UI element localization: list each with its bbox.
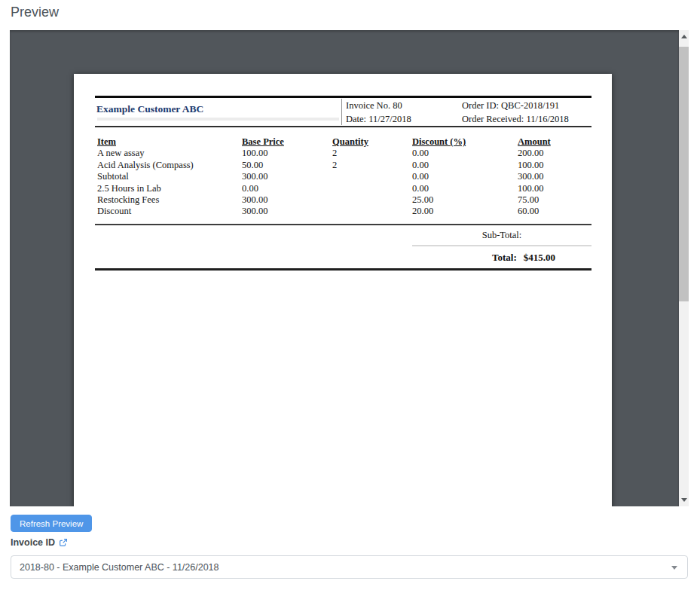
column-header-item: Item	[95, 136, 242, 148]
total-value: $415.00	[524, 252, 555, 263]
invoice-bottom-rule	[95, 268, 591, 271]
invoice-meta-left: Invoice No. 80 Date: 11/27/2018	[342, 98, 458, 126]
customer-underline	[97, 118, 339, 121]
table-row: A new assay 100.00 2 0.00 200.00	[95, 148, 591, 159]
invoice-date: Date: 11/27/2018	[346, 113, 458, 127]
scroll-up-button[interactable]	[679, 30, 689, 43]
cell-discount: 25.00	[412, 194, 518, 206]
select-caret-icon	[671, 566, 677, 570]
invoice-content: Example Customer ABC Invoice No. 80 Date…	[74, 74, 612, 271]
cell-quantity: 2	[332, 160, 412, 171]
total-label: Total:	[492, 252, 517, 263]
scrollbar-thumb[interactable]	[679, 47, 689, 301]
cell-amount: 60.00	[518, 206, 591, 217]
preview-scrollbar-track[interactable]	[679, 30, 689, 506]
page-title: Preview	[11, 5, 59, 20]
cell-discount: 0.00	[412, 183, 518, 194]
cell-quantity	[332, 194, 412, 206]
subtotal-row: Sub-Total:	[412, 225, 591, 246]
column-header-discount: Discount (%)	[412, 136, 518, 148]
table-header-row: Item Base Price Quantity Discount (%) Am…	[95, 136, 591, 148]
invoice-document: Example Customer ABC Invoice No. 80 Date…	[74, 74, 612, 506]
column-header-amount: Amount	[518, 136, 591, 148]
scroll-down-icon	[681, 498, 687, 502]
invoice-id-field-header: Invoice ID	[11, 537, 68, 548]
table-row: Discount 300.00 20.00 60.00	[95, 206, 591, 217]
subtotal-label: Sub-Total:	[482, 230, 522, 240]
cell-item: Subtotal	[95, 171, 242, 182]
external-link-icon[interactable]	[59, 538, 68, 547]
table-row: Restocking Fees 300.00 25.00 75.00	[95, 194, 591, 206]
refresh-preview-button[interactable]: Refresh Preview	[11, 515, 92, 532]
invoice-id-select[interactable]: 2018-80 - Example Customer ABC - 11/26/2…	[11, 555, 688, 579]
cell-amount: 75.00	[518, 194, 591, 206]
cell-item: Acid Analysis (Compass)	[95, 160, 242, 171]
invoice-meta-right: Order ID: QBC-2018/191 Order Received: 1…	[458, 98, 569, 126]
cell-item: A new assay	[95, 148, 242, 159]
invoice-number: Invoice No. 80	[346, 99, 458, 113]
cell-discount: 0.00	[412, 171, 518, 182]
cell-discount: 0.00	[412, 148, 518, 159]
column-header-base-price: Base Price	[242, 136, 332, 148]
cell-item: 2.5 Hours in Lab	[95, 183, 242, 194]
customer-cell: Example Customer ABC	[95, 98, 341, 126]
scroll-down-button[interactable]	[679, 494, 689, 506]
invoice-items-table: Item Base Price Quantity Discount (%) Am…	[95, 136, 591, 218]
cell-discount: 0.00	[412, 160, 518, 171]
cell-base-price: 0.00	[242, 183, 332, 194]
cell-item: Discount	[95, 206, 242, 217]
cell-base-price: 100.00	[242, 148, 332, 159]
column-header-quantity: Quantity	[332, 136, 412, 148]
total-row: Total:$415.00	[412, 246, 591, 268]
scroll-up-icon	[681, 35, 687, 38]
order-id: Order ID: QBC-2018/191	[462, 99, 569, 113]
order-received: Order Received: 11/16/2018	[462, 113, 569, 127]
cell-quantity	[332, 171, 412, 182]
cell-amount: 100.00	[518, 160, 591, 171]
cell-base-price: 50.00	[242, 160, 332, 171]
cell-amount: 100.00	[518, 183, 591, 194]
table-row: Acid Analysis (Compass) 50.00 2 0.00 100…	[95, 160, 591, 171]
cell-discount: 20.00	[412, 206, 518, 217]
table-row: 2.5 Hours in Lab 0.00 0.00 100.00	[95, 183, 591, 194]
preview-frame: Example Customer ABC Invoice No. 80 Date…	[10, 30, 679, 506]
table-row: Subtotal 300.00 0.00 300.00	[95, 171, 591, 182]
invoice-id-selected-value: 2018-80 - Example Customer ABC - 11/26/2…	[20, 562, 219, 573]
cell-amount: 200.00	[518, 148, 591, 159]
cell-quantity	[332, 206, 412, 217]
cell-quantity	[332, 183, 412, 194]
customer-name: Example Customer ABC	[96, 103, 341, 115]
cell-amount: 300.00	[518, 171, 591, 182]
cell-base-price: 300.00	[242, 171, 332, 182]
cell-item: Restocking Fees	[95, 194, 242, 206]
cell-base-price: 300.00	[242, 206, 332, 217]
cell-base-price: 300.00	[242, 194, 332, 206]
invoice-id-label: Invoice ID	[11, 537, 55, 548]
invoice-header: Example Customer ABC Invoice No. 80 Date…	[95, 96, 591, 127]
cell-quantity: 2	[332, 148, 412, 159]
